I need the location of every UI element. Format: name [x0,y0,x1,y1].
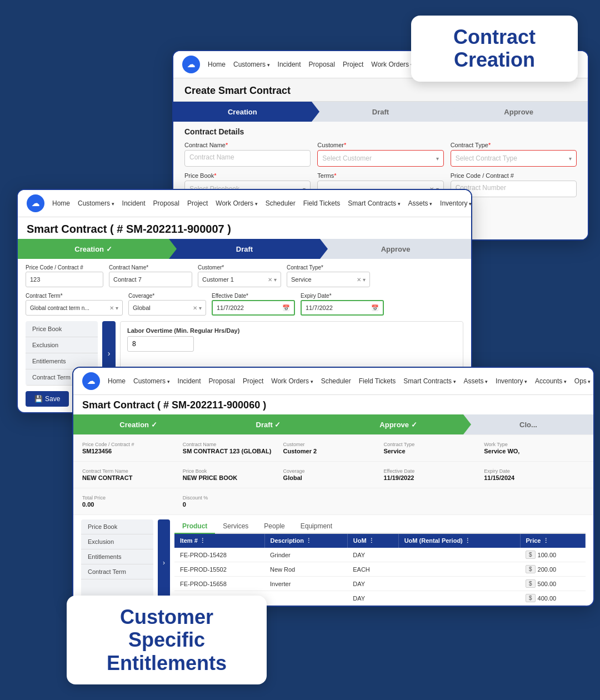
c3-sidebar-pricebook[interactable]: Price Book [81,519,153,534]
card2-form-row2: Contract Term* Global contract term n...… [18,287,471,316]
card3-main-content: Product Services People Equipment Item #… [174,519,586,606]
c2-customer-group: Customer* Customer 1 ✕ ▾ [198,264,281,287]
nav-proposal[interactable]: Proposal [309,61,335,68]
c3-nav-assets[interactable]: Assets [464,377,488,385]
tab-equipment[interactable]: Equipment [293,519,340,534]
tab-people[interactable]: People [256,519,292,534]
step-draft[interactable]: Draft [312,102,450,122]
c2-nav-smartcontracts[interactable]: Smart Contracts [348,199,400,207]
c3-total-price-value: 0.00 [82,501,178,508]
card1-contract-type-select[interactable]: Select Contract Type ▾ [451,150,577,167]
card1-customer-select[interactable]: Select Customer ▾ [317,150,443,167]
nav-home[interactable]: Home [208,61,226,68]
c2-sidebar-pricebook[interactable]: Price Book [26,321,98,337]
c2-customer-select[interactable]: Customer 1 ✕ ▾ [198,272,281,287]
dollar-sign-2: $ [526,579,536,588]
td-uom-rental-3 [398,591,520,606]
card2-labor-input[interactable] [127,336,194,352]
c2-nav-workorders[interactable]: Work Orders [216,199,257,207]
c2-effective-date-input[interactable]: 11/7/2022 📅 [212,300,295,316]
c3-step-close[interactable]: Clo... [463,414,593,434]
step-creation[interactable]: Creation [173,102,312,122]
c2-contract-term-select[interactable]: Global contract term n... ✕ ▾ [26,300,123,316]
c3-sidebar-exclusion[interactable]: Exclusion [81,534,153,549]
c2-nav-fieldtickets[interactable]: Field Tickets [303,199,341,207]
c3-nav-proposal[interactable]: Proposal [209,377,235,385]
card3-nav-logo: ☁ [82,372,100,390]
c3-total-price-label: Total Price [82,495,178,501]
card2-save-button[interactable]: 💾 Save [26,391,69,407]
c3-total-price-cell: Total Price 0.00 [82,493,183,510]
c3-nav-home[interactable]: Home [108,377,126,385]
card3-tabs: Product Services People Equipment [174,519,586,534]
c3-nav-project[interactable]: Project [243,377,263,385]
c3-contract-name-value: SM CONTRACT 123 (GLOBAL) [183,448,279,454]
c3-step-draft[interactable]: Draft ✓ [203,414,333,434]
nav-workorders[interactable]: Work Orders [371,61,413,68]
c3-nav-incident[interactable]: Incident [178,377,201,385]
c3-step-approve[interactable]: Approve ✓ [333,414,463,434]
card1-customer-group: Customer* Select Customer ▾ [317,142,443,167]
nav-customers[interactable]: Customers [233,61,270,68]
c2-price-code-label: Price Code / Contract # [26,264,103,271]
c3-term-name-value: NEW CONTRACT [82,474,178,481]
c2-coverage-select[interactable]: Global ✕ ▾ [128,300,206,316]
card1-contract-name-input[interactable]: Contract Name [184,150,311,167]
c3-sidebar-entitlements[interactable]: Entitlements [81,549,153,564]
card1-contract-type-label: Contract Type* [451,142,577,148]
c3-effective-date-cell: Effective Date 11/19/2022 [383,466,484,483]
c2-nav-home[interactable]: Home [52,199,70,207]
c2-nav-customers[interactable]: Customers [78,199,114,207]
c3-nav-ops[interactable]: Ops [574,377,591,385]
c3-nav-accounts[interactable]: Accounts [535,377,567,385]
c2-coverage-label: Coverage* [128,293,206,299]
c2-step-approve[interactable]: Approve [320,239,471,259]
c2-step-draft[interactable]: Draft [169,239,320,259]
card3-steps: Creation ✓ Draft ✓ Approve ✓ Clo... [73,414,593,434]
td-price-1: $ 200.00 [520,562,585,577]
step-approve[interactable]: Approve [449,102,588,122]
c2-nav-project[interactable]: Project [187,199,208,207]
c2-contract-name-input[interactable]: Contract 7 [109,272,192,287]
td-uom-3: DAY [347,591,398,606]
td-uom-rental-0 [398,548,520,562]
card1-price-code-label: Price Code / Contract # [451,172,577,179]
c2-contract-type-group: Contract Type* Service ✕ ▾ [287,264,370,287]
nav-incident[interactable]: Incident [278,61,301,68]
c2-nav-scheduler[interactable]: Scheduler [266,199,296,207]
c3-term-name-label: Contract Term Name [82,468,178,474]
c3-nav-scheduler[interactable]: Scheduler [321,377,351,385]
c3-nav-customers[interactable]: Customers [133,377,170,385]
nav-project[interactable]: Project [343,61,363,68]
c3-nav-workorders[interactable]: Work Orders [271,377,313,385]
tab-product[interactable]: Product [174,519,215,534]
customer-entitlements-label: Customer Specific Entitlements [67,596,267,684]
c3-step-creation[interactable]: Creation ✓ [73,414,203,434]
c2-sidebar-exclusion[interactable]: Exclusion [26,337,98,353]
contract-creation-label: Contract Creation [411,16,578,82]
c2-nav-incident[interactable]: Incident [122,199,146,207]
c3-discount-label: Discount % [183,495,279,501]
c3-nav-inventory[interactable]: Inventory [496,377,527,385]
c2-nav-proposal[interactable]: Proposal [153,199,179,207]
c2-contract-type-select[interactable]: Service ✕ ▾ [287,272,370,287]
c2-expiry-date-input[interactable]: 11/7/2022 📅 [301,300,384,316]
card-sm-900060: ☁ Home Customers Incident Proposal Proje… [72,367,594,607]
c2-coverage-group: Coverage* Global ✕ ▾ [128,293,206,316]
c3-nav-fieldtickets[interactable]: Field Tickets [359,377,396,385]
c2-price-code-input[interactable]: 123 [26,272,103,287]
c2-contract-term-group: Contract Term* Global contract term n...… [26,293,123,316]
c2-step-creation[interactable]: Creation ✓ [18,239,169,259]
th-uom-rental: UoM (Rental Period) ⋮ [398,534,520,548]
c2-nav-inventory[interactable]: Inventory [440,199,472,207]
card1-row1: Contract Name* Contract Name Customer* S… [184,142,577,167]
td-item-1: FE-PROD-15502 [174,562,264,577]
tab-services[interactable]: Services [215,519,256,534]
card2-nav-logo: ☁ [27,194,44,212]
c3-nav-smartcontracts[interactable]: Smart Contracts [403,377,456,385]
card2-navbar: ☁ Home Customers Incident Proposal Proje… [18,190,471,217]
c3-sidebar-contractterm[interactable]: Contract Term [81,564,153,579]
card3-sidebar-arrow[interactable]: › [158,519,170,606]
c3-customer-cell: Customer Customer 2 [283,439,384,457]
c2-nav-assets[interactable]: Assets [408,199,433,207]
